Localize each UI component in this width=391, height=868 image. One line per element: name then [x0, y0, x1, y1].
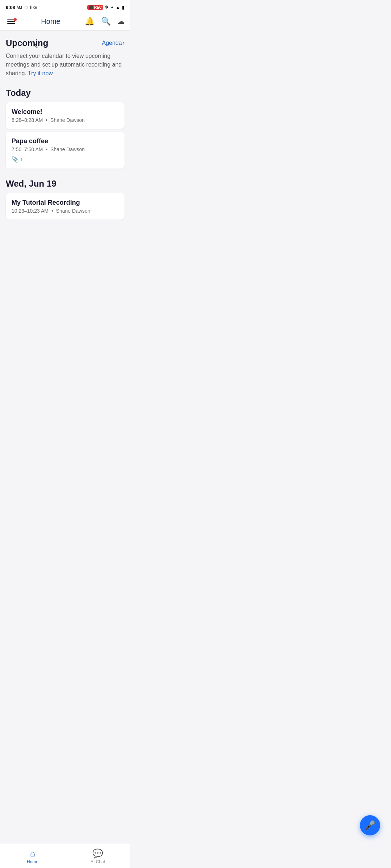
page-title: Home — [41, 17, 60, 26]
meeting-meta-papa-coffee: 7:50–7:50 AM • Shane Dawson — [12, 146, 119, 152]
upcoming-description: Connect your calendar to view upcoming m… — [6, 52, 125, 78]
agenda-link[interactable]: Agenda › — [102, 40, 125, 46]
meeting-card-papa-coffee[interactable]: Papa coffee 7:50–7:50 AM • Shane Dawson … — [6, 132, 125, 169]
wifi-icon: ▲ — [115, 5, 120, 10]
status-icons: ⬛ REC ✲ ✦ ▲ ▮ — [87, 5, 125, 10]
top-nav: Home 🔔 🔍 ☁ — [0, 13, 130, 31]
menu-button[interactable] — [6, 17, 17, 25]
status-time: 9:08 AM — [6, 5, 22, 10]
try-it-now-link[interactable]: Try it now — [28, 70, 53, 76]
signal-icon: 𝄃 — [30, 5, 31, 10]
today-section: Today Welcome! 8:28–8:28 AM • Shane Daws… — [6, 88, 125, 169]
upload-cloud-icon[interactable]: ☁ — [117, 17, 125, 26]
meeting-title-tutorial: My Tutorial Recording — [12, 199, 119, 207]
nav-actions: 🔔 🔍 ☁ — [85, 17, 125, 26]
google-icon: G — [33, 5, 37, 10]
meeting-meta-welcome: 8:28–8:28 AM • Shane Dawson — [12, 117, 119, 123]
meeting-card-tutorial[interactable]: My Tutorial Recording 10:23–10:23 AM • S… — [6, 193, 125, 220]
bluetooth-icon: ✲ — [105, 5, 109, 10]
meeting-meta-tutorial: 10:23–10:23 AM • Shane Dawson — [12, 208, 119, 214]
clip-icon: 📎 — [12, 156, 19, 163]
hamburger-line-3 — [7, 23, 15, 24]
meeting-card-welcome[interactable]: Welcome! 8:28–8:28 AM • Shane Dawson — [6, 102, 125, 129]
notification-icon[interactable]: 🔔 — [85, 17, 94, 26]
location-icon: ✦ — [110, 5, 114, 10]
meeting-title-welcome: Welcome! — [12, 108, 119, 116]
upcoming-section: Upcoming Agenda › Connect your calendar … — [6, 38, 125, 78]
recording-indicator: ⬛ REC — [87, 5, 103, 10]
separator-dot: • — [46, 117, 47, 123]
main-content: Upcoming Agenda › Connect your calendar … — [0, 31, 130, 259]
video-cam-icon: ▭ — [24, 5, 28, 10]
status-bar: 9:08 AM ▭ 𝄃 G ⬛ REC ✲ ✦ ▲ ▮ — [0, 0, 130, 13]
separator-dot-2: • — [46, 146, 47, 152]
hamburger-line-2 — [7, 21, 15, 22]
battery-icon: ▮ — [122, 5, 125, 10]
chevron-right-icon: › — [123, 40, 125, 46]
separator-dot-3: • — [51, 208, 53, 214]
menu-notification-dot — [14, 18, 17, 21]
meeting-title-papa-coffee: Papa coffee — [12, 137, 119, 145]
meeting-clips-papa-coffee: 📎 1 — [12, 156, 119, 163]
today-title: Today — [6, 88, 125, 98]
upcoming-title: Upcoming — [6, 38, 48, 48]
search-icon[interactable]: 🔍 — [101, 17, 111, 26]
clip-count: 1 — [20, 157, 23, 162]
wed-section: Wed, Jun 19 My Tutorial Recording 10:23–… — [6, 179, 125, 220]
upcoming-header: Upcoming Agenda › — [6, 38, 125, 48]
wed-date-title: Wed, Jun 19 — [6, 179, 125, 189]
